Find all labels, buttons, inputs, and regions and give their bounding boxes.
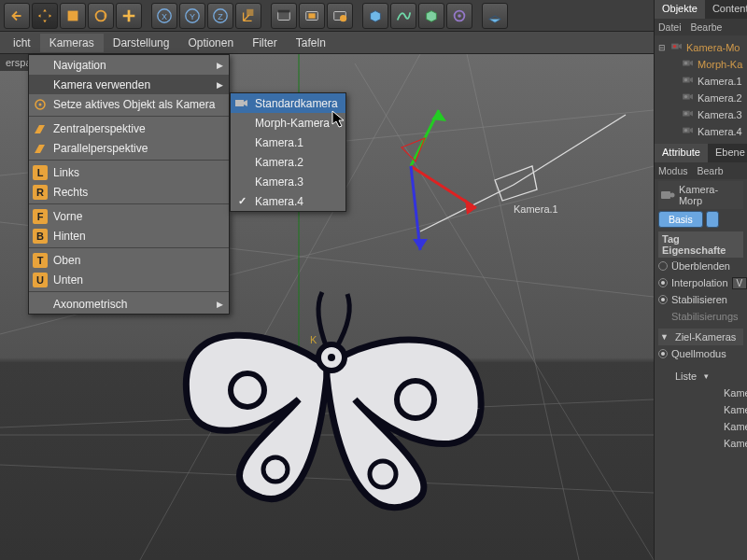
render-settings-icon[interactable] [327, 3, 353, 29]
menu-item-label: Oben [53, 254, 80, 267]
blank-icon [234, 155, 249, 170]
generator-icon[interactable] [418, 3, 444, 29]
tree-item-label: Kamera.2 [698, 92, 742, 104]
svg-point-32 [328, 354, 335, 361]
tree-item-kamera-4[interactable]: Kamera.4 [656, 123, 745, 140]
move-icon[interactable] [32, 3, 58, 29]
menu-item-zentralperspektive[interactable]: Zentralperspektive [29, 119, 229, 138]
twisty-icon[interactable]: ⊟ [658, 43, 668, 52]
primitive-cube-icon[interactable] [362, 3, 388, 29]
tree-item-kamera-mo[interactable]: ⊟Kamera-Mo [656, 39, 745, 56]
menu-optionen[interactable]: Optionen [178, 34, 243, 52]
menu-item-kamera-verwenden[interactable]: Kamera verwenden▶ [29, 75, 229, 94]
liste-item[interactable]: Kame [724, 418, 743, 435]
disclose-icon[interactable]: ▼ [660, 332, 669, 342]
tree-item-kamera-1[interactable]: Kamera.1 [656, 73, 745, 90]
menu-item-parallelperspektive[interactable]: Parallelperspektive [29, 138, 229, 158]
tab-content[interactable]: Content [705, 0, 747, 19]
svg-text:X: X [162, 11, 167, 21]
liste-item[interactable]: Kame [724, 435, 743, 452]
menu-item-label: Hinten [53, 230, 86, 243]
coord-icon[interactable] [235, 3, 261, 29]
menu-item-kamera-3[interactable]: Kamera.3 [231, 172, 345, 191]
menu-darstellung[interactable]: Darstellung [104, 34, 179, 52]
menu-item-label: Rechts [53, 186, 88, 199]
render-region-icon[interactable] [299, 3, 325, 29]
render-icon[interactable] [271, 3, 297, 29]
menu-item-axonometrisch[interactable]: Axonometrisch▶ [29, 294, 229, 314]
grid-icon[interactable] [482, 3, 508, 29]
prop-dropdown[interactable]: V [732, 277, 747, 289]
tree-item-morph-ka[interactable]: Morph-Ka [656, 56, 745, 73]
prop-radio[interactable] [658, 295, 668, 304]
camera-use-submenu[interactable]: StandardkameraMorph-KameraKamera.1Kamera… [230, 92, 346, 212]
quellmodus-radio[interactable] [658, 349, 668, 358]
axis-x-icon[interactable]: X [151, 3, 177, 29]
tree-item-label: Kamera.1 [698, 76, 742, 87]
axis-z-icon[interactable]: Z [207, 3, 233, 29]
menu-item-vorne[interactable]: FVorne [29, 206, 229, 226]
menu-item-links[interactable]: LLinks [29, 162, 229, 182]
menu-kameras[interactable]: Kameras [40, 34, 104, 52]
menu-item-kamera-4[interactable]: ✓Kamera.4 [231, 191, 345, 211]
axis-y-icon[interactable]: Y [179, 3, 205, 29]
svg-marker-53 [690, 77, 693, 83]
object-tree[interactable]: ⊟Kamera-MoMorph-KaKamera.1Kamera.2Kamera… [655, 35, 747, 144]
menu-item-setze-aktives-objekt-als-kamera[interactable]: Setze aktives Objekt als Kamera [29, 94, 229, 114]
menu-item-kamera-2[interactable]: Kamera.2 [231, 152, 345, 172]
menu-item-kamera-1[interactable]: Kamera.1 [231, 133, 345, 152]
camera-icon [682, 126, 695, 137]
spline-icon[interactable] [390, 3, 416, 29]
menu-item-unten[interactable]: UUnten [29, 270, 229, 289]
liste-item[interactable]: Kame [724, 401, 743, 418]
svg-text:Z: Z [218, 11, 223, 21]
camera-icon [682, 109, 695, 120]
svg-marker-37 [431, 110, 446, 121]
persp-icon [33, 121, 48, 136]
tree-item-label: Kamera.4 [698, 126, 742, 137]
transform-icon[interactable] [116, 3, 142, 29]
undo-icon[interactable] [4, 3, 30, 29]
tab-objects[interactable]: Objekte [655, 0, 705, 19]
tree-item-kamera-3[interactable]: Kamera.3 [656, 106, 745, 123]
rotate-icon[interactable] [88, 3, 114, 29]
menu-item-rechts[interactable]: RRechts [29, 182, 229, 202]
btn-basis[interactable]: Basis [658, 211, 703, 228]
tab-layers[interactable]: Ebene [708, 144, 747, 162]
attr-title: Kamera-Morp [679, 184, 741, 206]
svg-marker-59 [690, 111, 693, 117]
attributes-submenu: Modus Bearb [655, 162, 747, 179]
blank-icon [33, 297, 48, 312]
prop-radio[interactable] [658, 278, 668, 287]
menu-item-standardkamera[interactable]: Standardkamera [231, 93, 345, 113]
menu-item-oben[interactable]: TOben [29, 250, 229, 270]
blank-icon [33, 77, 48, 92]
prop-radio[interactable] [658, 261, 668, 271]
menu-item-morph-kamera[interactable]: Morph-Kamera [231, 113, 345, 133]
deformer-icon[interactable] [446, 3, 472, 29]
menu-tafeln[interactable]: Tafeln [287, 34, 335, 52]
attr-sub-edit[interactable]: Bearb [698, 165, 724, 176]
scale-icon[interactable] [60, 3, 86, 29]
liste-label: Liste [675, 371, 697, 382]
tab-attributes[interactable]: Attribute [655, 144, 708, 162]
liste-dropdown-icon[interactable]: ▾ [704, 371, 709, 381]
menu-icht[interactable]: icht [4, 34, 40, 52]
menu-filter[interactable]: Filter [243, 34, 287, 52]
menu-item-label: Standardkamera [255, 97, 338, 110]
cameras-menu[interactable]: Navigation▶Kamera verwenden▶Setze aktive… [28, 54, 230, 315]
tree-item-kamera-2[interactable]: Kamera.2 [656, 90, 745, 106]
svg-marker-47 [679, 44, 682, 49]
tree-item-label: Kamera-Mo [686, 42, 740, 53]
obj-sub-edit[interactable]: Bearbe [691, 21, 723, 33]
btn-extra[interactable] [706, 211, 719, 228]
svg-line-19 [0, 465, 654, 493]
liste-item[interactable]: Kame [724, 385, 743, 401]
property-list: ÜberblendenInterpolationVStabilisierenSt… [658, 258, 743, 325]
obj-sub-file[interactable]: Datei [658, 21, 682, 33]
menu-item-hinten[interactable]: BHinten [29, 226, 229, 245]
svg-line-17 [0, 399, 654, 427]
menu-item-navigation[interactable]: Navigation▶ [29, 55, 229, 75]
attr-sub-mode[interactable]: Modus [658, 165, 688, 176]
axis-label: K [310, 334, 317, 345]
